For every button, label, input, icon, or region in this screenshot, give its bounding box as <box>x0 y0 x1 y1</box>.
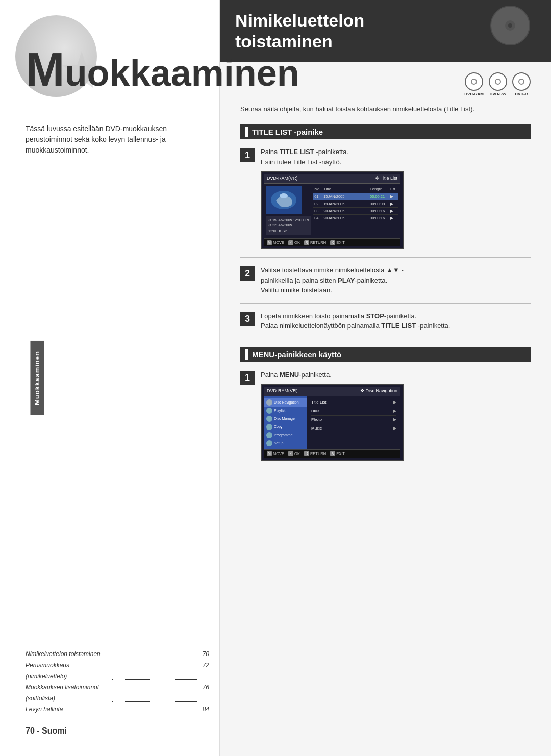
table-row-2: 02 19JAN/2005 00:00:08 ▶ <box>313 200 398 208</box>
nav-item-copy: Copy <box>264 423 307 431</box>
main-title: Muokkaaminen <box>26 46 199 93</box>
toc-item-1-title: Nimikeluettelon toistaminen <box>26 649 110 660</box>
table-row-4: 04 20JAN/2005 00:00:16 ▶ <box>313 215 398 222</box>
step-2-content: Valitse toistettava nimike nimikeluettel… <box>261 265 531 295</box>
left-panel: Muokkaaminen Tässä luvussa esitellään DV… <box>0 0 219 756</box>
toc-item-4: Levyn hallinta 84 <box>26 704 209 715</box>
toc-item-2: Perusmuokkaus (nimikeluettelo) 72 <box>26 660 209 682</box>
toc-item-2-title: Perusmuokkaus (nimikeluettelo) <box>26 660 110 682</box>
left-description: Tässä luvussa esitellään DVD-muokkauksen… <box>26 123 199 156</box>
toc-item-1: Nimikeluettelon toistaminen 70 <box>26 649 209 660</box>
section1-header: TITLE LIST -painike <box>240 124 531 139</box>
nav-right-photo: Photo▶ <box>311 416 396 424</box>
disc-nav-screen: DVD-RAM(VR) ❖ Disc Navigation Disc Navig… <box>261 384 404 461</box>
svg-point-2 <box>508 23 512 28</box>
toc-item-3-title: Muokkauksen lisätoiminnot (soittolista) <box>26 682 110 704</box>
step-menu-1-content: Paina MENU-painiketta. DVD-RAM(VR) ❖ Dis… <box>261 370 531 461</box>
toc-item-3-page: 76 <box>199 682 209 704</box>
step-3-number: 3 <box>240 312 255 326</box>
screen-header-2: DVD-RAM(VR) ❖ Disc Navigation <box>264 387 400 396</box>
right-panel: Nimikeluettelon toistaminen DVD-RAM DVD-… <box>219 0 551 756</box>
screen-header-1: DVD-RAM(VR) ❖ Title List <box>264 174 400 184</box>
step-1: 1 Paina TITLE LIST -painiketta. Esiin tu… <box>240 147 531 249</box>
title-rest: uokkaaminen <box>65 53 299 93</box>
table-row-3: 03 20JAN/2005 00:00:16 ▶ <box>313 208 398 215</box>
step-3: 3 Lopeta nimikkeen toisto painamalla STO… <box>240 311 531 331</box>
nav-item-playlist: Playlist <box>264 407 307 415</box>
side-label: Muokkaaminen <box>30 341 44 415</box>
step-menu-1-number: 1 <box>240 371 255 385</box>
toc-item-4-title: Levyn hallinta <box>26 704 110 715</box>
screen-footer-2: M MOVE ✓ OK R RETURN X EXIT <box>264 449 400 458</box>
toc-item-1-page: 70 <box>199 649 209 660</box>
toc: Nimikeluettelon toistaminen 70 Perusmuok… <box>26 649 209 715</box>
nav-right-divx: DivX▶ <box>311 407 396 416</box>
divider-2 <box>240 303 531 304</box>
toc-item-2-page: 72 <box>199 660 209 682</box>
step-2-number: 2 <box>240 266 255 281</box>
section2-title: MENU-painikkeen käyttö <box>252 350 341 359</box>
screen-thumbnail <box>266 186 302 214</box>
title-letter-m: M <box>26 43 65 95</box>
step-3-content: Lopeta nimikkeen toisto painamalla STOP-… <box>261 311 531 331</box>
section1-title: TITLE LIST -painike <box>252 128 323 136</box>
step-1-number: 1 <box>240 148 255 162</box>
dvd-rw-icon: DVD-RW <box>489 72 507 96</box>
divider-3 <box>240 339 531 339</box>
nav-right-titlelist: Title List▶ <box>311 398 396 407</box>
step-1-content: Paina TITLE LIST -painiketta. Esiin tule… <box>261 147 531 249</box>
screen-footer-1: M MOVE ✓ OK R RETURN X EXIT <box>264 238 400 246</box>
step-2: 2 Valitse toistettava nimike nimikeluett… <box>240 265 531 295</box>
divider-1 <box>240 257 531 258</box>
section2-header: MENU-painikkeen käyttö <box>240 347 531 362</box>
dvd-ram-icon: DVD-RAM <box>464 72 484 96</box>
nav-right-music: Music▶ <box>311 424 396 433</box>
intro-text: Seuraa näitä ohjeita, kun haluat toistaa… <box>240 104 531 114</box>
svg-point-5 <box>280 193 288 198</box>
table-row-1: 01 15JAN/2005 00:00:21 ▶ <box>313 193 398 200</box>
toc-item-4-page: 84 <box>199 704 209 715</box>
disc-decoration <box>490 5 531 46</box>
nav-item-manager: Disc Manager <box>264 415 307 423</box>
toc-item-3: Muokkauksen lisätoiminnot (soittolista) … <box>26 682 209 704</box>
page-number: 70 - Suomi <box>26 726 67 736</box>
nav-item-disc: Disc Navigation <box>264 398 307 407</box>
nav-item-programme: Programme <box>264 431 307 439</box>
step-menu-1: 1 Paina MENU-painiketta. DVD-RAM(VR) ❖ D… <box>240 370 531 461</box>
nav-item-setup: Setup <box>264 439 307 447</box>
title-list-screen: DVD-RAM(VR) ❖ Title List <box>261 171 404 249</box>
dvd-r-icon: DVD-R <box>512 72 531 96</box>
screen-info: ⊙ 15JAN/2005 12:00 FRI ⊙ 22JAN/2005 12:0… <box>266 216 311 236</box>
